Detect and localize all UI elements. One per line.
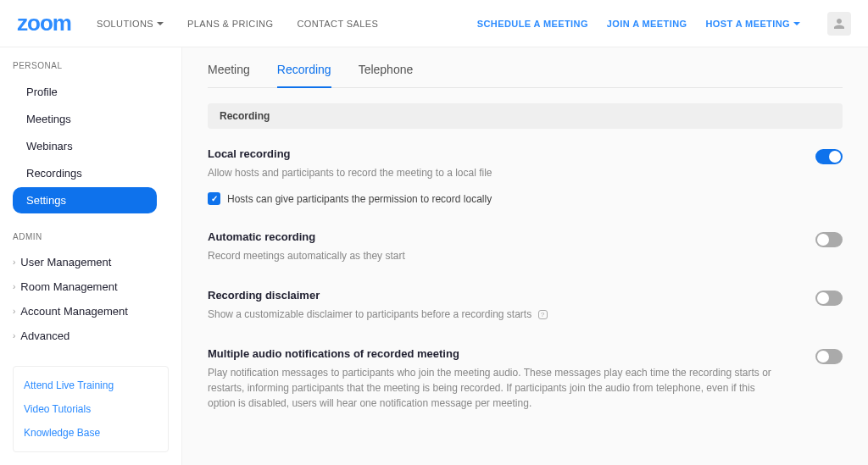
toggle-knob xyxy=(817,292,829,304)
sidebar-item-meetings[interactable]: Meetings xyxy=(13,106,157,132)
tab-recording[interactable]: Recording xyxy=(277,63,331,88)
nav-plans-pricing[interactable]: PLANS & PRICING xyxy=(187,19,273,29)
setting-desc: Play notification messages to participan… xyxy=(208,365,782,411)
nav-left: SOLUTIONS PLANS & PRICING CONTACT SALES xyxy=(97,19,378,29)
sidebar-item-profile[interactable]: Profile xyxy=(13,79,157,105)
setting-content: Automatic recording Record meetings auto… xyxy=(208,230,815,263)
section-header-recording: Recording xyxy=(208,103,843,129)
setting-local-recording: Local recording Allow hosts and particip… xyxy=(208,147,843,205)
setting-desc: Allow hosts and participants to record t… xyxy=(208,165,782,180)
main: Meeting Recording Telephone Recording Lo… xyxy=(182,47,868,465)
caret-down-icon xyxy=(793,22,800,25)
person-icon xyxy=(832,16,847,31)
setting-recording-disclaimer: Recording disclaimer Show a customizable… xyxy=(208,289,843,322)
setting-title: Multiple audio notifications of recorded… xyxy=(208,347,782,360)
nav-contact-sales[interactable]: CONTACT SALES xyxy=(297,19,378,29)
help-video-tutorials[interactable]: Video Tutorials xyxy=(24,403,158,415)
tab-meeting[interactable]: Meeting xyxy=(208,63,250,88)
chevron-right-icon: › xyxy=(13,331,15,340)
sidebar-item-label: Room Management xyxy=(20,280,117,293)
setting-desc-text: Show a customizable disclaimer to partic… xyxy=(208,308,531,320)
checkbox-checked-icon: ✓ xyxy=(208,192,220,205)
chevron-right-icon: › xyxy=(13,282,15,291)
setting-content: Recording disclaimer Show a customizable… xyxy=(208,289,815,322)
toggle-knob xyxy=(817,351,829,363)
sidebar-section-admin: ADMIN xyxy=(13,232,169,241)
nav-join-meeting[interactable]: JOIN A MEETING xyxy=(607,19,687,29)
header: zoom SOLUTIONS PLANS & PRICING CONTACT S… xyxy=(0,0,868,47)
nav-host-meeting[interactable]: HOST A MEETING xyxy=(705,19,800,29)
info-icon[interactable]: ? xyxy=(538,310,548,319)
sidebar-item-advanced[interactable]: › Advanced xyxy=(13,324,169,348)
sidebar-item-room-management[interactable]: › Room Management xyxy=(13,274,169,299)
sidebar-admin-items: › User Management › Room Management › Ac… xyxy=(13,250,169,348)
setting-automatic-recording: Automatic recording Record meetings auto… xyxy=(208,230,843,263)
help-box: Attend Live Training Video Tutorials Kno… xyxy=(13,366,169,452)
toggle-local-recording[interactable] xyxy=(815,149,843,164)
sidebar-item-label: Advanced xyxy=(20,329,70,342)
tab-telephone[interactable]: Telephone xyxy=(359,63,414,88)
chevron-right-icon: › xyxy=(13,257,15,267)
caret-down-icon xyxy=(157,22,164,25)
toggle-recording-disclaimer[interactable] xyxy=(815,291,843,306)
layout: PERSONAL Profile Meetings Webinars Recor… xyxy=(0,47,868,465)
setting-title: Recording disclaimer xyxy=(208,289,782,302)
zoom-logo[interactable]: zoom xyxy=(17,10,71,36)
nav-schedule-meeting[interactable]: SCHEDULE A MEETING xyxy=(477,19,588,29)
setting-content: Multiple audio notifications of recorded… xyxy=(208,347,815,411)
toggle-automatic-recording[interactable] xyxy=(815,232,843,247)
toggle-knob xyxy=(817,234,829,246)
setting-desc: Record meetings automatically as they st… xyxy=(208,248,782,263)
chevron-right-icon: › xyxy=(13,307,15,316)
setting-content: Local recording Allow hosts and particip… xyxy=(208,147,815,205)
sidebar-personal-items: Profile Meetings Webinars Recordings Set… xyxy=(13,79,169,213)
sidebar-item-webinars[interactable]: Webinars xyxy=(13,133,157,159)
help-attend-live-training[interactable]: Attend Live Training xyxy=(24,379,158,391)
nav-label: HOST A MEETING xyxy=(705,19,790,29)
sidebar-item-settings[interactable]: Settings xyxy=(13,187,157,213)
setting-desc: Show a customizable disclaimer to partic… xyxy=(208,307,782,322)
sidebar-item-label: User Management xyxy=(20,256,111,268)
checkbox-label: Hosts can give participants the permissi… xyxy=(227,193,492,205)
tabs: Meeting Recording Telephone xyxy=(208,63,843,88)
help-knowledge-base[interactable]: Knowledge Base xyxy=(24,427,158,439)
sidebar-item-label: Account Management xyxy=(20,305,127,318)
toggle-knob xyxy=(829,151,841,163)
nav-label: SOLUTIONS xyxy=(97,19,153,29)
checkbox-hosts-permission[interactable]: ✓ Hosts can give participants the permis… xyxy=(208,192,782,205)
toggle-multiple-audio-notifications[interactable] xyxy=(815,349,843,364)
sidebar-section-personal: PERSONAL xyxy=(13,61,169,70)
sidebar-item-account-management[interactable]: › Account Management xyxy=(13,299,169,324)
setting-title: Local recording xyxy=(208,147,782,160)
setting-title: Automatic recording xyxy=(208,230,782,243)
nav-solutions[interactable]: SOLUTIONS xyxy=(97,19,164,29)
setting-multiple-audio-notifications: Multiple audio notifications of recorded… xyxy=(208,347,843,411)
sidebar: PERSONAL Profile Meetings Webinars Recor… xyxy=(0,47,182,465)
sidebar-item-user-management[interactable]: › User Management xyxy=(13,250,169,274)
nav-right: SCHEDULE A MEETING JOIN A MEETING HOST A… xyxy=(477,12,851,36)
user-avatar[interactable] xyxy=(827,12,851,36)
sidebar-item-recordings[interactable]: Recordings xyxy=(13,160,157,186)
